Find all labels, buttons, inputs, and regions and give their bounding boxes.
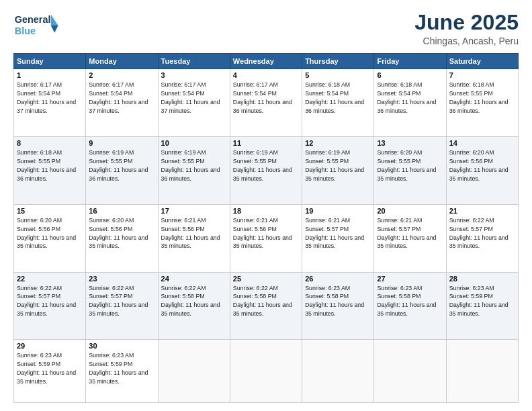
week-row-4: 22 Sunrise: 6:22 AMSunset: 5:57 PMDaylig… (14, 272, 519, 340)
day-number: 8 (17, 139, 83, 147)
day-info: Sunrise: 6:21 AMSunset: 5:57 PMDaylight:… (305, 217, 364, 250)
day-info: Sunrise: 6:19 AMSunset: 5:55 PMDaylight:… (161, 149, 220, 182)
col-header-monday: Monday (86, 54, 158, 69)
day-cell: 16 Sunrise: 6:20 AMSunset: 5:56 PMDaylig… (86, 204, 158, 272)
day-info: Sunrise: 6:19 AMSunset: 5:55 PMDaylight:… (89, 149, 148, 182)
col-header-sunday: Sunday (14, 54, 86, 69)
week-row-2: 8 Sunrise: 6:18 AMSunset: 5:55 PMDayligh… (14, 136, 519, 204)
day-number: 23 (89, 275, 154, 283)
logo-svg: GeneralBlue (13, 11, 62, 40)
day-number: 25 (233, 275, 299, 283)
day-cell: 11 Sunrise: 6:19 AMSunset: 5:55 PMDaylig… (230, 136, 302, 204)
day-info: Sunrise: 6:17 AMSunset: 5:54 PMDaylight:… (89, 81, 148, 114)
day-info: Sunrise: 6:18 AMSunset: 5:54 PMDaylight:… (305, 81, 364, 114)
col-header-friday: Friday (374, 54, 446, 69)
title-block: June 2025 Chingas, Ancash, Peru (414, 11, 519, 46)
day-info: Sunrise: 6:20 AMSunset: 5:56 PMDaylight:… (449, 149, 508, 182)
day-info: Sunrise: 6:22 AMSunset: 5:57 PMDaylight:… (89, 285, 148, 318)
day-cell: 29 Sunrise: 6:23 AMSunset: 5:59 PMDaylig… (14, 340, 86, 403)
day-number: 26 (305, 275, 371, 283)
day-number: 30 (89, 342, 154, 350)
day-cell: 22 Sunrise: 6:22 AMSunset: 5:57 PMDaylig… (14, 272, 86, 340)
day-number: 2 (89, 71, 154, 79)
day-cell: 27 Sunrise: 6:23 AMSunset: 5:58 PMDaylig… (374, 272, 446, 340)
col-header-wednesday: Wednesday (230, 54, 302, 69)
day-info: Sunrise: 6:20 AMSunset: 5:56 PMDaylight:… (89, 217, 148, 250)
day-cell: 9 Sunrise: 6:19 AMSunset: 5:55 PMDayligh… (86, 136, 158, 204)
day-info: Sunrise: 6:22 AMSunset: 5:57 PMDaylight:… (449, 217, 508, 250)
day-cell: 28 Sunrise: 6:23 AMSunset: 5:59 PMDaylig… (446, 272, 518, 340)
calendar-table: SundayMondayTuesdayWednesdayThursdayFrid… (13, 53, 519, 403)
day-number: 27 (377, 275, 443, 283)
day-info: Sunrise: 6:20 AMSunset: 5:56 PMDaylight:… (17, 217, 76, 250)
day-number: 7 (449, 71, 515, 79)
day-info: Sunrise: 6:19 AMSunset: 5:55 PMDaylight:… (305, 149, 364, 182)
day-number: 28 (449, 275, 515, 283)
day-info: Sunrise: 6:17 AMSunset: 5:54 PMDaylight:… (233, 81, 292, 114)
day-info: Sunrise: 6:23 AMSunset: 5:58 PMDaylight:… (377, 285, 436, 318)
week-row-3: 15 Sunrise: 6:20 AMSunset: 5:56 PMDaylig… (14, 204, 519, 272)
day-info: Sunrise: 6:23 AMSunset: 5:59 PMDaylight:… (449, 285, 508, 318)
main-title: June 2025 (414, 11, 519, 34)
day-cell: 17 Sunrise: 6:21 AMSunset: 5:56 PMDaylig… (158, 204, 230, 272)
day-info: Sunrise: 6:18 AMSunset: 5:55 PMDaylight:… (449, 81, 508, 114)
day-cell: 5 Sunrise: 6:18 AMSunset: 5:54 PMDayligh… (302, 69, 374, 137)
svg-marker-3 (51, 26, 58, 33)
day-number: 16 (89, 207, 154, 215)
day-number: 15 (17, 207, 83, 215)
svg-text:Blue: Blue (15, 26, 36, 36)
day-cell: 24 Sunrise: 6:22 AMSunset: 5:58 PMDaylig… (158, 272, 230, 340)
day-cell: 10 Sunrise: 6:19 AMSunset: 5:55 PMDaylig… (158, 136, 230, 204)
day-cell (446, 340, 518, 403)
day-number: 9 (89, 139, 154, 147)
subtitle: Chingas, Ancash, Peru (414, 36, 519, 46)
day-info: Sunrise: 6:21 AMSunset: 5:56 PMDaylight:… (233, 217, 292, 250)
week-row-5: 29 Sunrise: 6:23 AMSunset: 5:59 PMDaylig… (14, 340, 519, 403)
day-number: 18 (233, 207, 299, 215)
day-cell: 12 Sunrise: 6:19 AMSunset: 5:55 PMDaylig… (302, 136, 374, 204)
day-cell: 30 Sunrise: 6:23 AMSunset: 5:59 PMDaylig… (86, 340, 158, 403)
week-row-1: 1 Sunrise: 6:17 AMSunset: 5:54 PMDayligh… (14, 69, 519, 137)
day-cell: 25 Sunrise: 6:22 AMSunset: 5:58 PMDaylig… (230, 272, 302, 340)
day-cell: 13 Sunrise: 6:20 AMSunset: 5:55 PMDaylig… (374, 136, 446, 204)
day-cell: 23 Sunrise: 6:22 AMSunset: 5:57 PMDaylig… (86, 272, 158, 340)
day-cell: 6 Sunrise: 6:18 AMSunset: 5:54 PMDayligh… (374, 69, 446, 137)
day-number: 6 (377, 71, 443, 79)
day-info: Sunrise: 6:22 AMSunset: 5:57 PMDaylight:… (17, 285, 76, 318)
day-cell: 3 Sunrise: 6:17 AMSunset: 5:54 PMDayligh… (158, 69, 230, 137)
day-number: 13 (377, 139, 443, 147)
day-info: Sunrise: 6:23 AMSunset: 5:58 PMDaylight:… (305, 285, 364, 318)
svg-marker-2 (51, 15, 58, 26)
day-info: Sunrise: 6:18 AMSunset: 5:55 PMDaylight:… (17, 149, 76, 182)
day-info: Sunrise: 6:23 AMSunset: 5:59 PMDaylight:… (17, 352, 76, 385)
day-number: 21 (449, 207, 515, 215)
col-header-tuesday: Tuesday (158, 54, 230, 69)
day-number: 5 (305, 71, 371, 79)
day-number: 17 (161, 207, 227, 215)
day-info: Sunrise: 6:21 AMSunset: 5:56 PMDaylight:… (161, 217, 220, 250)
day-cell: 7 Sunrise: 6:18 AMSunset: 5:55 PMDayligh… (446, 69, 518, 137)
day-number: 14 (449, 139, 515, 147)
day-number: 10 (161, 139, 227, 147)
day-cell (302, 340, 374, 403)
col-header-thursday: Thursday (302, 54, 374, 69)
day-cell: 4 Sunrise: 6:17 AMSunset: 5:54 PMDayligh… (230, 69, 302, 137)
day-number: 24 (161, 275, 227, 283)
svg-text:General: General (15, 14, 51, 25)
day-cell: 8 Sunrise: 6:18 AMSunset: 5:55 PMDayligh… (14, 136, 86, 204)
col-header-saturday: Saturday (446, 54, 518, 69)
day-cell: 18 Sunrise: 6:21 AMSunset: 5:56 PMDaylig… (230, 204, 302, 272)
logo: GeneralBlue (13, 11, 62, 40)
day-cell: 19 Sunrise: 6:21 AMSunset: 5:57 PMDaylig… (302, 204, 374, 272)
day-cell (374, 340, 446, 403)
day-info: Sunrise: 6:21 AMSunset: 5:57 PMDaylight:… (377, 217, 436, 250)
day-number: 3 (161, 71, 227, 79)
day-cell: 15 Sunrise: 6:20 AMSunset: 5:56 PMDaylig… (14, 204, 86, 272)
day-cell (158, 340, 230, 403)
day-cell: 26 Sunrise: 6:23 AMSunset: 5:58 PMDaylig… (302, 272, 374, 340)
day-number: 4 (233, 71, 299, 79)
day-info: Sunrise: 6:23 AMSunset: 5:59 PMDaylight:… (89, 352, 148, 385)
day-number: 12 (305, 139, 371, 147)
day-info: Sunrise: 6:17 AMSunset: 5:54 PMDaylight:… (17, 81, 76, 114)
day-number: 29 (17, 342, 83, 350)
